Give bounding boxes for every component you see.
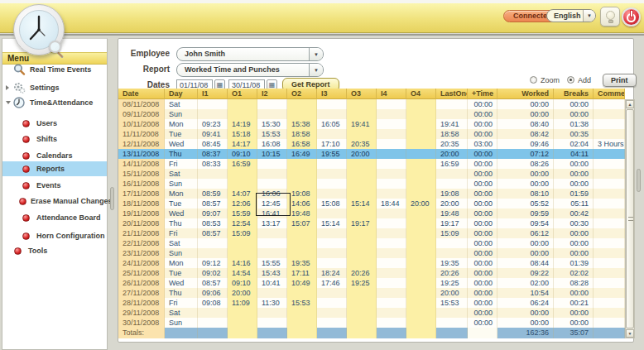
cell-comments[interactable] <box>594 119 625 129</box>
cell-breaks[interactable]: 01:39 <box>554 258 594 268</box>
cell-o2[interactable]: 15:07 <box>287 218 317 228</box>
cell-o4[interactable] <box>406 288 436 298</box>
cell-breaks[interactable]: 00:42 <box>554 209 594 218</box>
cell--time[interactable]: 00:00 <box>468 228 497 238</box>
sidebar-item-attendance-board[interactable]: Attendance Board <box>2 210 107 225</box>
cell-o3[interactable] <box>347 298 377 308</box>
cell-lastone[interactable]: 19:35 <box>436 258 468 268</box>
cell-day[interactable]: Fri <box>165 298 198 308</box>
cell-day[interactable]: Tue <box>165 129 198 139</box>
cell-comments[interactable] <box>594 129 625 139</box>
cell-date[interactable]: 21/11/2008 <box>118 228 165 238</box>
cell-i3[interactable]: 17:10 <box>317 139 347 149</box>
cell-lastone[interactable]: 19:41 <box>436 119 468 129</box>
cell-o2[interactable] <box>287 169 317 179</box>
cell-o1[interactable] <box>228 248 257 258</box>
cell-date[interactable]: 26/11/2008 <box>118 278 165 288</box>
cell-o1[interactable]: 20:00 <box>228 288 257 298</box>
scrollbar-thumb[interactable] <box>626 109 634 328</box>
cell-worked[interactable]: 05:52 <box>497 199 554 209</box>
cell-lastone[interactable] <box>436 308 468 318</box>
cell-date[interactable]: 29/11/2008 <box>118 308 165 318</box>
cell-i1[interactable] <box>198 99 228 109</box>
cell--time[interactable]: 00:00 <box>468 248 497 258</box>
cell-o4[interactable] <box>406 129 436 139</box>
cell-i2[interactable] <box>257 179 287 189</box>
cell-o1[interactable]: 14:07 <box>228 189 257 199</box>
expander-down-icon[interactable] <box>6 101 12 104</box>
cell-o1[interactable] <box>228 308 257 318</box>
sidebar-item-erase-manual-changes[interactable]: Erase Manual Changes <box>2 194 107 209</box>
cell-worked[interactable]: 00:00 <box>497 169 554 179</box>
cell-o4[interactable] <box>406 209 436 218</box>
cell-o4[interactable] <box>406 218 436 228</box>
cell--time[interactable]: 00:00 <box>468 298 497 308</box>
panel-resize-handle-left[interactable] <box>110 187 114 210</box>
cell-o1[interactable]: 09:10 <box>228 278 257 288</box>
cell-o4[interactable] <box>406 268 436 278</box>
cell-o3[interactable] <box>347 99 377 109</box>
cell-o4[interactable] <box>406 189 436 199</box>
cell-i3[interactable] <box>317 159 347 169</box>
cell-i1[interactable]: 08:53 <box>198 218 228 228</box>
cell-i1[interactable] <box>198 238 228 248</box>
cell-o4[interactable] <box>406 149 436 159</box>
cell-day[interactable]: Wed <box>165 139 198 149</box>
cell-i3[interactable] <box>317 238 347 248</box>
cell-i2[interactable]: 16:08 <box>257 139 287 149</box>
cell--time[interactable]: 00:00 <box>468 308 497 318</box>
cell-lastone[interactable]: 20:00 <box>436 288 468 298</box>
cell-day[interactable]: Sat <box>165 99 198 109</box>
cell-o1[interactable]: 16:59 <box>228 159 257 169</box>
cell-i4[interactable] <box>377 288 406 298</box>
cell-o1[interactable]: 15:18 <box>228 129 257 139</box>
cell--time[interactable]: 00:00 <box>468 159 497 169</box>
cell-o4[interactable] <box>406 169 436 179</box>
cell--time[interactable]: 00:00 <box>468 209 497 218</box>
cell-day[interactable]: Fri <box>165 159 198 169</box>
cell-o2[interactable]: 15:38 <box>287 119 317 129</box>
cell-lastone[interactable]: 20:35 <box>436 139 468 149</box>
cell-i1[interactable]: 09:07 <box>198 209 228 218</box>
cell-o4[interactable] <box>406 278 436 288</box>
cell-worked[interactable]: 08:44 <box>497 258 554 268</box>
sidebar-item-real-time-events[interactable]: Real Time Events <box>2 62 107 77</box>
cell-i4[interactable] <box>377 119 406 129</box>
cell-comments[interactable] <box>594 278 625 288</box>
cell--time[interactable]: 00:00 <box>468 238 497 248</box>
cell-date[interactable]: 20/11/2008 <box>118 218 165 228</box>
cell-breaks[interactable]: 00:00 <box>554 308 594 318</box>
cell-breaks[interactable]: 00:30 <box>554 218 594 228</box>
cell-comments[interactable] <box>594 209 625 218</box>
cell-day[interactable]: Sun <box>165 248 198 258</box>
cell-comments[interactable] <box>594 258 625 268</box>
cell-comments[interactable] <box>594 248 625 258</box>
cell-i1[interactable] <box>198 318 228 328</box>
cell-i1[interactable]: 09:23 <box>198 119 228 129</box>
cell-o2[interactable]: 18:58 <box>287 129 317 139</box>
cell-comments[interactable] <box>594 189 625 199</box>
cell-o4[interactable] <box>406 228 436 238</box>
table-row[interactable]: 15/11/2008Sat00:0000:0000:00 <box>118 169 625 179</box>
cell-breaks[interactable]: 00:00 <box>554 288 594 298</box>
cell-i3[interactable] <box>317 248 347 258</box>
cell-i4[interactable] <box>377 258 406 268</box>
sidebar-item-reports[interactable]: Reports <box>2 161 107 176</box>
cell-worked[interactable]: 09:59 <box>497 209 554 218</box>
cell-i4[interactable] <box>377 228 406 238</box>
cell-breaks[interactable]: 01:38 <box>554 119 594 129</box>
cell-i2[interactable]: 15:55 <box>257 258 287 268</box>
cell-o2[interactable]: 17:11 <box>287 268 317 278</box>
cell-comments[interactable] <box>594 199 625 209</box>
cell-o3[interactable]: 19:41 <box>347 119 377 129</box>
table-row[interactable]: 24/11/2008Mon09:1214:1615:5519:3519:3500… <box>118 258 625 268</box>
sidebar-item-shifts[interactable]: Shifts <box>2 132 107 146</box>
cell-date[interactable]: 23/11/2008 <box>118 248 165 258</box>
cell-date[interactable]: 27/11/2008 <box>118 288 165 298</box>
employee-select-arrow[interactable]: ▼ <box>309 48 323 60</box>
cell-day[interactable]: Wed <box>165 209 198 218</box>
cell-day[interactable]: Thu <box>165 288 198 298</box>
cell-o2[interactable] <box>287 288 317 298</box>
cell-o2[interactable]: 19:48 <box>287 209 317 218</box>
cell-i4[interactable] <box>377 109 406 119</box>
